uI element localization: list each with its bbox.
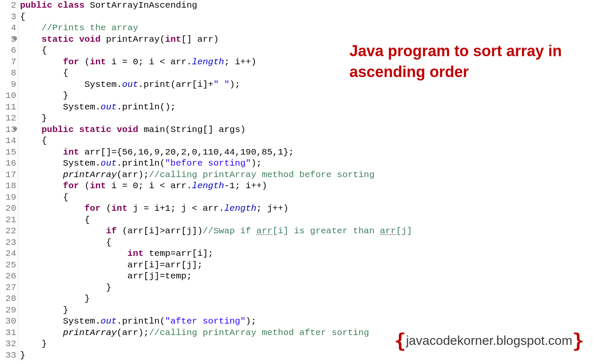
code-line: { xyxy=(20,192,412,203)
code-token: .println(); xyxy=(117,102,176,112)
line-number: 20 xyxy=(0,203,16,215)
code-line: for (int j = i+1; j < arr.length; j++) xyxy=(20,203,412,215)
code-token: int xyxy=(90,181,106,191)
code-token: .println( xyxy=(117,158,165,168)
code-line: } xyxy=(20,90,412,102)
line-number: 7 xyxy=(0,57,16,68)
code-token: printArray xyxy=(63,328,117,338)
code-token: } xyxy=(20,350,26,360)
code-token: //calling printArray method after sortin… xyxy=(149,328,369,338)
code-token: i = 0; i < arr. xyxy=(106,181,192,191)
page-title: Java program to sort array in ascending … xyxy=(349,41,609,82)
code-token: void xyxy=(117,125,138,135)
code-token xyxy=(74,34,79,44)
code-token: SortArrayInAscending xyxy=(84,0,197,10)
line-number: 13 xyxy=(0,124,16,136)
code-line: public class SortArrayInAscending xyxy=(20,0,412,11)
code-token: } xyxy=(20,91,68,100)
code-token: //Swap if xyxy=(203,226,257,236)
code-token: static xyxy=(41,34,74,44)
code-token: out xyxy=(101,102,117,112)
code-token xyxy=(20,181,63,191)
code-line: } xyxy=(20,338,412,350)
code-token: } xyxy=(20,305,68,315)
code-token: ; i++) xyxy=(224,57,257,67)
code-token: [i] is greater than xyxy=(272,226,380,236)
code-token: temp=arr[i]; xyxy=(144,249,214,258)
code-token: int xyxy=(127,249,144,258)
code-line: { xyxy=(20,11,412,23)
code-token: arr xyxy=(257,226,273,236)
line-number: 19 xyxy=(0,192,16,203)
line-number: 32 xyxy=(0,338,16,350)
code-token xyxy=(20,57,63,67)
line-number: 25 xyxy=(0,260,16,271)
code-token xyxy=(52,0,58,10)
line-number-gutter: 2345678910111213141516171819202122232425… xyxy=(0,0,18,361)
code-token xyxy=(20,249,127,258)
code-token: ); xyxy=(251,158,262,168)
code-token: public xyxy=(41,125,74,135)
code-token xyxy=(111,125,117,135)
line-number: 28 xyxy=(0,293,16,305)
code-token: .print(arr[i]+ xyxy=(138,80,213,89)
line-number: 27 xyxy=(0,282,16,294)
code-token: } xyxy=(20,283,111,292)
code-token: { xyxy=(20,238,111,247)
code-token xyxy=(20,147,63,157)
line-number: 6 xyxy=(0,45,16,57)
code-token xyxy=(20,170,63,180)
code-token: int xyxy=(165,34,181,44)
code-line: for (int i = 0; i < arr.length-1; i++) xyxy=(20,181,412,192)
line-number: 14 xyxy=(0,135,16,147)
code-token: ( xyxy=(79,181,90,191)
code-line: System.out.println("after sorting"); xyxy=(20,316,412,327)
code-token: //calling printArray method before sorti… xyxy=(149,170,374,180)
line-number: 22 xyxy=(0,226,16,237)
code-token: .println( xyxy=(117,316,165,326)
line-number: 12 xyxy=(0,113,16,124)
code-token: System. xyxy=(20,80,122,89)
code-line: } xyxy=(20,350,412,361)
line-number: 29 xyxy=(0,305,16,316)
code-line: //Prints the array xyxy=(20,23,412,34)
code-token: length xyxy=(192,181,224,191)
code-line: arr[i]=arr[j]; xyxy=(20,260,412,271)
code-token: (arr); xyxy=(117,170,149,180)
code-line: if (arr[i]>arr[j])//Swap if arr[i] is gr… xyxy=(20,226,412,237)
line-number: 4 xyxy=(0,23,16,34)
code-line: } xyxy=(20,305,412,316)
method-marker-icon xyxy=(13,127,17,131)
code-token: printArray xyxy=(63,170,117,180)
code-token: length xyxy=(224,203,257,213)
line-number: 17 xyxy=(0,169,16,181)
code-line: { xyxy=(20,237,412,249)
code-token: static xyxy=(79,125,112,135)
code-token: i = 0; i < arr. xyxy=(106,57,192,67)
code-token: { xyxy=(20,46,47,55)
code-token: out xyxy=(101,158,117,168)
code-line: public static void main(String[] args) xyxy=(20,124,412,136)
code-token: -1; i++) xyxy=(224,181,267,191)
code-line: int arr[]={56,16,9,20,2,0,110,44,190,85,… xyxy=(20,147,412,158)
code-token: for xyxy=(63,181,79,191)
line-number: 21 xyxy=(0,215,16,226)
line-number: 5 xyxy=(0,34,16,46)
code-token: out xyxy=(101,316,117,326)
code-token: System. xyxy=(20,102,101,112)
code-token xyxy=(20,328,63,338)
code-token: { xyxy=(20,215,90,225)
line-number: 30 xyxy=(0,316,16,327)
code-token: int xyxy=(111,203,127,213)
code-token: System. xyxy=(20,158,101,168)
code-token xyxy=(20,34,41,44)
code-line: System.out.println("before sorting"); xyxy=(20,158,412,169)
code-token: ); xyxy=(230,80,240,89)
code-token: (arr); xyxy=(117,328,149,338)
code-token: for xyxy=(84,203,101,213)
code-line: } xyxy=(20,293,412,305)
code-token: out xyxy=(122,80,138,89)
brace-left: { xyxy=(394,329,406,352)
code-token xyxy=(20,23,41,33)
code-token xyxy=(20,226,106,236)
